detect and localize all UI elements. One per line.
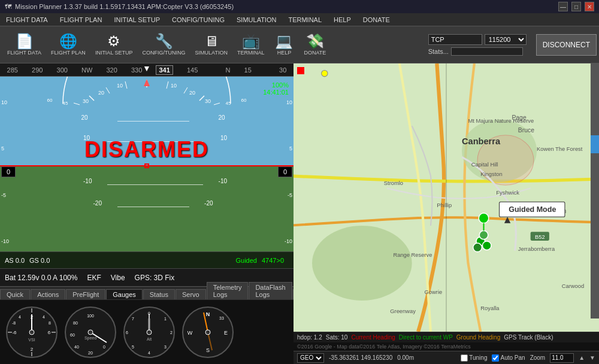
- tcp-input[interactable]: [428, 34, 482, 45]
- tab-status[interactable]: Status: [143, 289, 175, 299]
- gps-status: GPS: 3D Fix: [135, 274, 175, 282]
- svg-text:10: 10: [117, 83, 123, 89]
- menu-donate[interactable]: DONATE: [357, 15, 396, 25]
- stats-label[interactable]: Stats...: [428, 48, 449, 55]
- menu-config-tuning[interactable]: CONFIG/TUNING: [166, 15, 231, 25]
- alt-gauge: 0 1 2 3 4 5 6 7 Alt: [122, 305, 176, 359]
- svg-text:Capital Hill: Capital Hill: [471, 162, 498, 168]
- svg-line-8: [214, 103, 220, 105]
- zoom-label: Zoom: [530, 354, 546, 361]
- svg-text:4: 4: [43, 315, 45, 319]
- toolbar-config-tuning[interactable]: 🔧 CONFIG/TUNING: [138, 33, 190, 57]
- left-panel: 285 290 300 NW 320 330 341 145 N 15 30 ▼: [0, 63, 294, 364]
- terminal-icon: 📺: [242, 34, 260, 48]
- as-label: AS 0.0: [5, 257, 25, 264]
- tab-dataflash-logs[interactable]: DataFlash Logs: [249, 282, 292, 299]
- map-area[interactable]: Canberra Page Bruce Mt Majura Nature Res…: [294, 63, 599, 332]
- svg-text:Carwood: Carwood: [562, 283, 584, 289]
- menu-flight-plan[interactable]: FLIGHT PLAN: [54, 15, 108, 25]
- menu-simulation[interactable]: SIMULATION: [231, 15, 282, 25]
- tuning-label[interactable]: Tuning: [461, 354, 487, 362]
- menu-flight-data[interactable]: FLIGHT DATA: [0, 15, 54, 25]
- app-title: Mission Planner 1.3.37 build 1.1.5917.13…: [15, 3, 234, 10]
- compass-290: 290: [32, 66, 43, 74]
- gs-label: GS 0.0: [29, 257, 50, 264]
- disarmed-text: DISARMED: [84, 137, 209, 162]
- svg-text:2: 2: [31, 347, 34, 352]
- svg-text:4: 4: [148, 351, 150, 355]
- toolbar-flight-plan[interactable]: 🌐 FLIGHT PLAN: [46, 33, 90, 57]
- current-heading-label: Current Heading: [351, 334, 395, 341]
- toolbar-flight-data[interactable]: 📄 FLIGHT DATA: [2, 33, 46, 57]
- svg-text:Range Reserve: Range Reserve: [393, 252, 432, 258]
- svg-point-70: [312, 226, 412, 301]
- svg-text:Canberra: Canberra: [462, 136, 501, 146]
- svg-text:6: 6: [126, 330, 128, 335]
- vibe-status: Vibe: [111, 274, 125, 282]
- compass-strip: 285 290 300 NW 320 330 341 145 N 15 30 ▼: [0, 63, 294, 77]
- toolbar-right-controls: 115200 Stats... DISCONNECT: [428, 34, 597, 56]
- tab-telemetry-logs[interactable]: Telemetry Logs: [207, 282, 249, 299]
- toolbar-config-tuning-label: CONFIG/TUNING: [143, 50, 186, 56]
- toolbar-donate-label: DONATE: [304, 50, 326, 56]
- svg-text:30: 30: [205, 98, 211, 104]
- toolbar-terminal[interactable]: 📺 TERMINAL: [232, 33, 270, 57]
- zoom-down[interactable]: ▼: [589, 354, 595, 361]
- speed-scale: 10 5 0 -5 -10: [1, 99, 18, 244]
- tab-preflight[interactable]: PreFlight: [66, 289, 105, 299]
- stats-bar: [451, 47, 523, 56]
- disconnect-button[interactable]: DISCONNECT: [536, 34, 597, 56]
- toolbar-simulation[interactable]: 🖥 SIMULATION: [190, 33, 232, 57]
- tab-gauges[interactable]: Gauges: [106, 289, 143, 299]
- zoom-up[interactable]: ▲: [579, 354, 585, 361]
- svg-marker-9: [144, 79, 150, 86]
- svg-text:40: 40: [74, 345, 79, 349]
- svg-text:W: W: [187, 330, 193, 336]
- mode-val: 4747>0: [262, 257, 284, 264]
- toolbar-help[interactable]: 💻 HELP: [269, 33, 299, 57]
- svg-text:Phillip: Phillip: [437, 202, 452, 208]
- toolbar-terminal-label: TERMINAL: [237, 50, 265, 56]
- alt-display: 0.00m: [397, 354, 414, 361]
- horizon-line: [0, 165, 294, 166]
- roll-arc-container: 10 10 20 20 30 30 45 45 60 60: [0, 77, 294, 107]
- baud-select[interactable]: 115200: [485, 34, 527, 45]
- tuning-checkbox[interactable]: [461, 354, 468, 362]
- menu-initial-setup[interactable]: INITIAL SETUP: [108, 15, 166, 25]
- tab-servo[interactable]: Servo: [176, 289, 206, 299]
- help-icon: 💻: [275, 34, 293, 48]
- minimize-button[interactable]: —: [558, 2, 568, 11]
- svg-text:20: 20: [189, 90, 195, 96]
- zoom-input[interactable]: [550, 353, 574, 363]
- tab-quick[interactable]: Quick: [0, 289, 30, 299]
- map-scrollbar-vertical[interactable]: [591, 63, 599, 318]
- gps-track-label: GPS Track (Black): [504, 334, 553, 341]
- geo-select[interactable]: GEO: [297, 353, 324, 363]
- svg-text:1: 1: [164, 317, 167, 321]
- map-svg: Canberra Page Bruce Mt Majura Nature Res…: [294, 63, 599, 332]
- menu-help[interactable]: HELP: [328, 15, 357, 25]
- close-button[interactable]: ✕: [585, 2, 594, 11]
- svg-text:S: S: [206, 347, 210, 353]
- map-copyright: ©2016 Google - Map data©2016 Tele Atlas,…: [294, 342, 599, 351]
- menu-terminal[interactable]: TERMINAL: [282, 15, 328, 25]
- connection-controls: 115200 Stats...: [428, 34, 527, 56]
- app-icon: 🗺: [5, 3, 11, 10]
- toolbar-donate[interactable]: 💸 DONATE: [299, 33, 331, 57]
- svg-point-57: [147, 330, 152, 335]
- toolbar-initial-setup[interactable]: ⚙ INITIAL SETUP: [90, 33, 138, 57]
- speed-center: 0: [1, 166, 16, 177]
- maximize-button[interactable]: □: [571, 2, 581, 11]
- tab-actions[interactable]: Actions: [31, 289, 65, 299]
- config-tuning-icon: 🔧: [155, 34, 173, 48]
- svg-text:Jerrabomberra: Jerrabomberra: [518, 246, 555, 252]
- svg-line-1: [125, 81, 127, 89]
- toolbar-simulation-label: SIMULATION: [195, 50, 228, 56]
- auto-pan-label[interactable]: Auto Pan: [492, 354, 525, 362]
- auto-pan-checkbox[interactable]: [492, 354, 499, 362]
- donate-icon: 💸: [306, 34, 324, 48]
- svg-text:20: 20: [98, 90, 104, 96]
- scrollbar-thumb-vertical[interactable]: [591, 135, 599, 153]
- tabs-bar: Quick Actions PreFlight Gauges Status Se…: [0, 286, 294, 299]
- svg-text:10: 10: [171, 83, 177, 89]
